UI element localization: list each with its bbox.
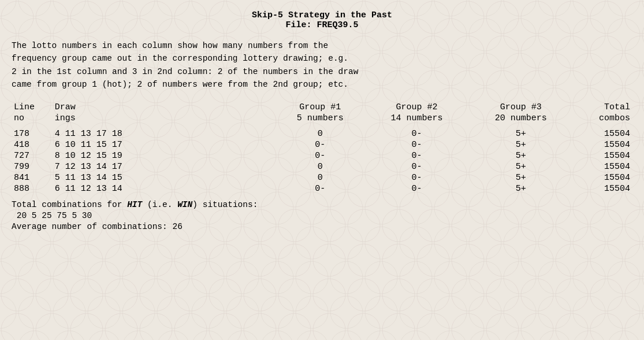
col-draw-header2: ings [53, 113, 201, 124]
cell-g1: 0- [276, 139, 364, 150]
table-row: 888 6 11 12 13 14 0- 0- 5+ 15504 [12, 183, 632, 194]
cell-line: 841 [12, 172, 53, 183]
main-table: Line Draw Group #1 Group #2 Group #3 Tot… [12, 102, 632, 194]
footer-avg-prefix: Average number of combinations: [12, 222, 172, 231]
desc-line4: came from group 1 (hot); 2 of numbers we… [12, 78, 632, 91]
cell-total: 15504 [573, 172, 632, 183]
cell-total: 15504 [573, 139, 632, 150]
cell-g1: 0 [276, 172, 364, 183]
col-total-header2: combos [573, 113, 632, 124]
cell-draw: 8 10 12 15 19 [53, 150, 201, 161]
cell-g3: 5+ [469, 172, 573, 183]
desc-line1: The lotto numbers in each column show ho… [12, 39, 632, 52]
cell-g2: 0- [365, 128, 469, 139]
cell-line: 799 [12, 161, 53, 172]
table-row: 727 8 10 12 15 19 0- 0- 5+ 15504 [12, 150, 632, 161]
footer-combinations: 20 5 25 75 5 30 [12, 211, 632, 220]
title-line1: Skip-5 Strategy in the Past [12, 10, 632, 20]
header-row-2: no ings 5 numbers 14 numbers 20 numbers … [12, 113, 632, 124]
cell-draw: 6 11 12 13 14 [53, 183, 201, 194]
cell-g1: 0 [276, 161, 364, 172]
header-spacer [12, 124, 632, 128]
cell-line: 418 [12, 139, 53, 150]
cell-line: 727 [12, 150, 53, 161]
col-group1-header1: Group #1 [276, 102, 364, 113]
cell-total: 15504 [573, 161, 632, 172]
cell-draw: 4 11 13 17 18 [53, 128, 201, 139]
table-row: 799 7 12 13 14 17 0 0- 5+ 15504 [12, 161, 632, 172]
cell-g2: 0- [365, 172, 469, 183]
cell-g2: 0- [365, 150, 469, 161]
cell-g2: 0- [365, 161, 469, 172]
title-line2: File: FREQ39.5 [12, 20, 632, 30]
cell-spacer [201, 172, 276, 183]
footer-hit: HIT [127, 200, 142, 209]
cell-g3: 5+ [469, 139, 573, 150]
cell-total: 15504 [573, 183, 632, 194]
col-group3-header2: 20 numbers [469, 113, 573, 124]
cell-g3: 5+ [469, 161, 573, 172]
footer-win: WIN [177, 200, 192, 209]
desc-line3: 2 in the 1st column and 3 in 2nd column:… [12, 65, 632, 78]
header-row-1: Line Draw Group #1 Group #2 Group #3 Tot… [12, 102, 632, 113]
footer-line1: Total combinations for HIT (i.e. WIN) si… [12, 200, 632, 209]
col-line-header2: no [12, 113, 53, 124]
col-group3-header1: Group #3 [469, 102, 573, 113]
col-draw-header1: Draw [53, 102, 201, 113]
col-spacer2 [201, 113, 276, 124]
cell-draw: 6 10 11 15 17 [53, 139, 201, 150]
cell-g3: 5+ [469, 150, 573, 161]
cell-line: 178 [12, 128, 53, 139]
cell-g3: 5+ [469, 183, 573, 194]
cell-g1: 0- [276, 150, 364, 161]
cell-g3: 5+ [469, 128, 573, 139]
cell-total: 15504 [573, 128, 632, 139]
footer-average: Average number of combinations: 26 [12, 222, 632, 231]
title-section: Skip-5 Strategy in the Past File: FREQ39… [12, 10, 632, 30]
col-group2-header2: 14 numbers [365, 113, 469, 124]
footer-prefix: Total combinations for [12, 200, 127, 209]
col-group2-header1: Group #2 [365, 102, 469, 113]
cell-g1: 0 [276, 128, 364, 139]
cell-draw: 5 11 13 14 15 [53, 172, 201, 183]
table-row: 178 4 11 13 17 18 0 0- 5+ 15504 [12, 128, 632, 139]
col-line-header1: Line [12, 102, 53, 113]
footer-suffix: ) situations: [192, 200, 258, 209]
footer-section: Total combinations for HIT (i.e. WIN) si… [12, 200, 632, 231]
description: The lotto numbers in each column show ho… [12, 39, 632, 91]
footer-middle: (i.e. [142, 200, 177, 209]
cell-spacer [201, 139, 276, 150]
cell-g1: 0- [276, 183, 364, 194]
cell-g2: 0- [365, 183, 469, 194]
footer-avg-value: 26 [172, 222, 182, 231]
cell-spacer [201, 128, 276, 139]
cell-draw: 7 12 13 14 17 [53, 161, 201, 172]
cell-spacer [201, 183, 276, 194]
cell-total: 15504 [573, 150, 632, 161]
desc-line2: frequency group came out in the correspo… [12, 52, 632, 65]
col-group1-header2: 5 numbers [276, 113, 364, 124]
cell-line: 888 [12, 183, 53, 194]
table-row: 841 5 11 13 14 15 0 0- 5+ 15504 [12, 172, 632, 183]
table-body: 178 4 11 13 17 18 0 0- 5+ 15504 418 6 10… [12, 128, 632, 194]
col-spacer1 [201, 102, 276, 113]
cell-g2: 0- [365, 139, 469, 150]
table-row: 418 6 10 11 15 17 0- 0- 5+ 15504 [12, 139, 632, 150]
cell-spacer [201, 161, 276, 172]
col-total-header1: Total [573, 102, 632, 113]
cell-spacer [201, 150, 276, 161]
